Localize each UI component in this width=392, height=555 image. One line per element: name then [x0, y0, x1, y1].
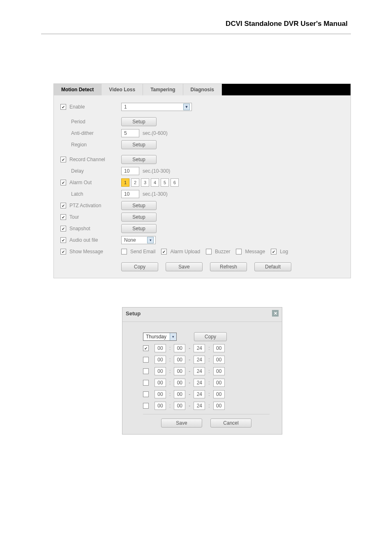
time-colon: :: [208, 345, 210, 351]
refresh-button[interactable]: Refresh: [210, 262, 247, 271]
period-end-min[interactable]: 00: [213, 356, 225, 364]
send-email-checkbox[interactable]: [121, 249, 127, 254]
tab-diagnosis[interactable]: Diagnosis: [183, 84, 222, 95]
period-start-hour[interactable]: 00: [154, 379, 166, 387]
buzzer-checkbox[interactable]: [206, 249, 212, 254]
setup-divider-bottom: [143, 414, 270, 414]
period-end-min[interactable]: 00: [213, 379, 225, 387]
alarm-out-ch-5[interactable]: 5: [161, 178, 169, 187]
time-colon: :: [168, 403, 171, 409]
send-email-label: Send Email: [130, 249, 155, 254]
ptz-setup-button[interactable]: Setup: [121, 201, 157, 210]
record-channel-checkbox[interactable]: [60, 157, 66, 162]
alarm-out-ch-1[interactable]: 1: [121, 178, 129, 187]
ptz-label: PTZ Activation: [69, 203, 101, 208]
period-enable-checkbox[interactable]: [143, 380, 149, 386]
log-checkbox[interactable]: [271, 249, 277, 254]
alarm-upload-checkbox[interactable]: [161, 249, 167, 254]
setup-save-button[interactable]: Save: [161, 419, 202, 428]
alarm-out-checkbox[interactable]: [60, 180, 66, 185]
audio-out-select[interactable]: None ▾: [121, 236, 156, 244]
tab-tampering[interactable]: Tampering: [143, 84, 183, 95]
period-start-hour[interactable]: 00: [154, 390, 166, 398]
region-setup-button[interactable]: Setup: [121, 140, 157, 149]
default-button[interactable]: Default: [254, 262, 291, 271]
period-start-hour[interactable]: 00: [154, 344, 166, 352]
snapshot-checkbox[interactable]: [60, 226, 66, 231]
ptz-checkbox[interactable]: [60, 203, 66, 208]
region-label: Region: [71, 142, 87, 148]
snapshot-setup-button[interactable]: Setup: [121, 224, 157, 233]
period-start-min[interactable]: 00: [174, 390, 185, 398]
latch-input[interactable]: 10: [121, 190, 139, 198]
copy-button[interactable]: Copy: [121, 262, 158, 271]
alarm-out-label: Alarm Out: [69, 180, 92, 185]
period-enable-checkbox[interactable]: [143, 391, 149, 397]
time-dash: -: [188, 345, 191, 351]
antidither-unit: sec.(0-600): [143, 130, 168, 136]
period-end-min[interactable]: 00: [213, 402, 225, 410]
tour-setup-button[interactable]: Setup: [121, 213, 157, 222]
show-message-checkbox[interactable]: [60, 249, 66, 254]
period-end-hour[interactable]: 24: [194, 344, 205, 352]
close-icon[interactable]: ✕: [272, 310, 279, 317]
buzzer-label: Buzzer: [215, 249, 230, 254]
setup-cancel-button[interactable]: Cancel: [210, 419, 251, 428]
period-start-hour[interactable]: 00: [154, 356, 166, 364]
log-label: Log: [280, 249, 288, 254]
period-end-min[interactable]: 00: [213, 390, 225, 398]
alarm-upload-label: Alarm Upload: [170, 249, 200, 254]
tabs-filler: [222, 84, 350, 95]
tour-checkbox[interactable]: [60, 214, 66, 220]
period-end-hour[interactable]: 24: [194, 356, 205, 364]
period-start-min[interactable]: 00: [174, 402, 185, 410]
record-channel-label: Record Channel: [69, 157, 105, 162]
alarm-out-ch-2[interactable]: 2: [131, 178, 139, 187]
period-label: Period: [71, 119, 85, 125]
time-colon: :: [208, 380, 210, 386]
setup-title: Setup: [126, 310, 141, 317]
message-checkbox[interactable]: [236, 249, 242, 254]
tab-video-loss[interactable]: Video Loss: [101, 84, 143, 95]
period-row: 00:00-24:00: [143, 354, 270, 365]
snapshot-label: Snapshot: [69, 226, 90, 231]
period-setup-button[interactable]: Setup: [121, 117, 157, 126]
period-enable-checkbox[interactable]: [143, 403, 149, 409]
enable-checkbox[interactable]: [60, 104, 66, 110]
period-enable-checkbox[interactable]: [143, 368, 149, 374]
audio-out-label: Audio out file: [69, 237, 98, 243]
period-start-min[interactable]: 00: [174, 367, 185, 375]
period-end-min[interactable]: 00: [213, 367, 225, 375]
enable-channel-select[interactable]: 1 ▼: [121, 103, 192, 111]
setup-copy-button[interactable]: Copy: [194, 332, 227, 341]
period-end-hour[interactable]: 24: [194, 390, 205, 398]
delay-input[interactable]: 10: [121, 167, 139, 175]
period-end-hour[interactable]: 24: [194, 367, 205, 375]
antidither-input[interactable]: 5: [121, 129, 139, 137]
audio-out-checkbox[interactable]: [60, 237, 66, 243]
period-start-min[interactable]: 00: [174, 379, 185, 387]
alarm-out-ch-4[interactable]: 4: [151, 178, 159, 187]
day-select[interactable]: Thursday ▾: [143, 333, 177, 341]
tab-motion-detect[interactable]: Motion Detect: [54, 84, 101, 95]
period-enable-checkbox[interactable]: [143, 357, 149, 363]
period-end-hour[interactable]: 24: [194, 379, 205, 387]
period-start-min[interactable]: 00: [174, 344, 185, 352]
chevron-down-icon: ▾: [170, 333, 176, 340]
period-row: 00:00-24:00: [143, 400, 270, 412]
save-button[interactable]: Save: [166, 262, 203, 271]
alarm-out-ch-6[interactable]: 6: [171, 178, 179, 187]
period-start-min[interactable]: 00: [174, 356, 185, 364]
period-end-hour[interactable]: 24: [194, 402, 205, 410]
period-end-min[interactable]: 00: [213, 344, 225, 352]
enable-channel-value: 1: [124, 104, 183, 110]
record-channel-setup-button[interactable]: Setup: [121, 155, 157, 164]
period-start-hour[interactable]: 00: [154, 402, 166, 410]
alarm-out-ch-3[interactable]: 3: [141, 178, 149, 187]
enable-label: Enable: [69, 104, 85, 110]
delay-label: Delay: [71, 168, 84, 174]
period-start-hour[interactable]: 00: [154, 367, 166, 375]
period-enable-checkbox[interactable]: [143, 345, 149, 351]
time-colon: :: [208, 403, 210, 409]
time-dash: -: [188, 380, 191, 386]
